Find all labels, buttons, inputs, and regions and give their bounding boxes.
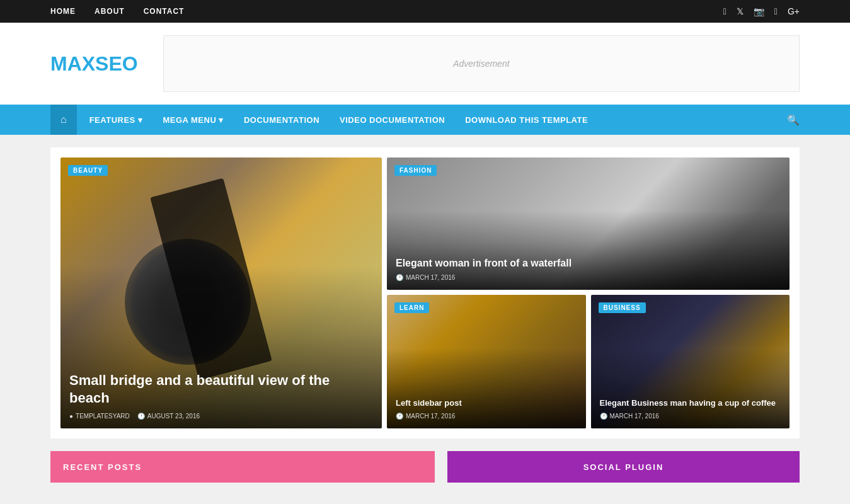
bottom-right-post-title: Elegant Business man having a cup of cof… [600,398,781,409]
twitter-icon[interactable]: 𝕏 [737,6,744,16]
featured-top-right-post[interactable]: FASHION Elegant woman in front of a wate… [387,158,790,290]
category-badge-learn[interactable]: LEARN [394,302,429,313]
instagram-icon[interactable]: 📷 [754,6,764,16]
main-post-title: Small bridge and a beautiful view of the… [69,372,373,408]
nav-documentation[interactable]: DOCUMENTATION [234,105,330,135]
recent-posts-label: RECENT POSTS [63,462,142,472]
featured-grid: BEAUTY Small bridge and a beautiful view… [50,147,800,438]
advertisement-box: Advertisement [163,35,800,92]
featured-right-column: FASHION Elegant woman in front of a wate… [387,158,790,428]
logo-text-max: MAX [50,52,95,75]
bottom-left-post-info: Left sidebar post 🕐 MARCH 17, 2016 [387,389,586,428]
main-post-info: Small bridge and a beautiful view of the… [60,363,382,428]
author-info: ● TEMPLATESYARD [69,413,130,420]
top-right-post-info: Elegant woman in front of a waterfall 🕐 … [387,248,790,290]
nav-download[interactable]: DOWNLOAD THIS TEMPLATE [455,105,598,135]
top-bar: HOME ABOUT CONTACT  𝕏 📷  G+ [0,0,850,23]
top-nav: HOME ABOUT CONTACT [50,7,184,16]
bottom-sections: RECENT POSTS SOCIAL PLUGIN [50,451,800,483]
bottom-right-post-meta: 🕐 MARCH 17, 2016 [600,413,781,420]
main-post-meta: ● TEMPLATESYARD 🕐 AUGUST 23, 2016 [69,413,373,420]
top-right-date: 🕐 MARCH 17, 2016 [396,274,455,281]
category-badge-business[interactable]: BUSINESS [599,302,646,313]
bottom-left-post-meta: 🕐 MARCH 17, 2016 [396,413,577,420]
site-logo[interactable]: MAXSEO [50,52,138,76]
recent-posts-bar[interactable]: RECENT POSTS [50,451,435,483]
nav-video-documentation[interactable]: VIDEO DOCUMENTATION [330,105,455,135]
ad-label: Advertisement [453,59,509,69]
featured-bottom-row: LEARN Left sidebar post 🕐 MARCH 17, 2016… [387,295,790,428]
main-nav: ⌂ FEATURES ▾ MEGA MENU ▾ DOCUMENTATION V… [0,105,850,135]
top-social-icons:  𝕏 📷  G+ [723,6,800,16]
search-icon[interactable]: 🔍 [787,114,800,126]
pinterest-icon[interactable]:  [774,6,778,16]
nav-contact[interactable]: CONTACT [144,7,185,16]
facebook-icon[interactable]:  [723,6,727,16]
googleplus-icon[interactable]: G+ [788,6,800,16]
nav-features[interactable]: FEATURES ▾ [79,105,153,135]
category-badge-beauty[interactable]: BEAUTY [68,165,108,176]
social-plugin-bar[interactable]: SOCIAL PLUGIN [447,451,800,483]
featured-bottom-right-post[interactable]: BUSINESS Elegant Business man having a c… [591,295,790,428]
featured-bottom-left-post[interactable]: LEARN Left sidebar post 🕐 MARCH 17, 2016 [387,295,586,428]
nav-about[interactable]: ABOUT [95,7,125,16]
featured-main-post[interactable]: BEAUTY Small bridge and a beautiful view… [60,158,382,428]
content-area: BEAUTY Small bridge and a beautiful view… [0,135,850,495]
bl-date: 🕐 MARCH 17, 2016 [396,413,455,420]
top-right-post-title: Elegant woman in front of a waterfall [396,257,781,270]
nav-home[interactable]: HOME [50,7,76,16]
logo-text-seo: SEO [95,52,138,75]
bottom-left-post-title: Left sidebar post [396,398,577,409]
nav-mega-menu[interactable]: MEGA MENU ▾ [152,105,234,135]
br-date: 🕐 MARCH 17, 2016 [600,413,659,420]
site-header: MAXSEO Advertisement [0,23,850,105]
date-info: 🕐 AUGUST 23, 2016 [137,413,200,420]
social-plugin-label: SOCIAL PLUGIN [583,462,664,472]
category-badge-fashion[interactable]: FASHION [394,165,437,176]
home-nav-button[interactable]: ⌂ [50,105,77,135]
top-right-post-meta: 🕐 MARCH 17, 2016 [396,274,781,281]
bottom-right-post-info: Elegant Business man having a cup of cof… [591,389,790,428]
